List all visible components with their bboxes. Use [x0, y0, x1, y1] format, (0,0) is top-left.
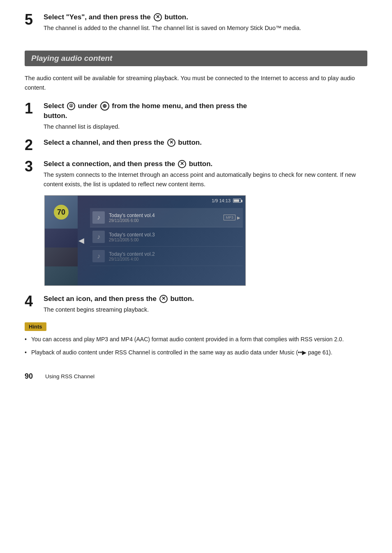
step-3-number: 3: [25, 159, 44, 174]
content-info-1: Today's content vol.4 29/11/2005 6:00: [109, 213, 224, 223]
step-4-block: 4 Select an icon, and then press the ✕ b…: [25, 294, 367, 314]
mp3-badge: MP3: [224, 215, 235, 220]
content-info-2: Today's content vol.3 29/11/2005 5:00: [109, 232, 240, 242]
screenshot-inner: 1/9 14:13 70 ◀ ♪ Today's content vol.4: [45, 196, 245, 285]
step-2-number: 2: [25, 138, 44, 153]
hint-item-1: You can access and play MP3 and MP4 (AAC…: [25, 335, 367, 344]
step-4-number: 4: [25, 294, 44, 309]
music-note-icon-1: ♪: [92, 211, 105, 224]
music-note-icon-2: ♪: [92, 231, 105, 243]
step-4-body: Select an icon, and then press the ✕ but…: [44, 294, 367, 314]
step-2-block: 2 Select a channel, and then press the ✕…: [25, 138, 367, 153]
step-4-title: Select an icon, and then press the ✕ but…: [44, 295, 194, 303]
screen-content-item-1: ♪ Today's content vol.4 29/11/2005 6:00 …: [90, 208, 243, 227]
thumb-small-2: [45, 248, 78, 266]
x-button-icon-4: ✕: [159, 295, 168, 303]
screen-arrow-left: ◀: [78, 236, 84, 245]
content-title-3: Today's content vol.2: [109, 251, 240, 257]
page-number: 90: [25, 372, 33, 381]
play-arrow-icon: ▶: [237, 215, 240, 220]
x-button-icon-3: ✕: [178, 160, 186, 168]
screen-time: 1/9 14:13: [212, 198, 231, 203]
globe-icon: ⊕: [100, 102, 109, 111]
hint-item-2: Playback of audio content under RSS Chan…: [25, 348, 367, 357]
content-info-3: Today's content vol.2 29/11/2005 4:00: [109, 251, 240, 261]
content-title-1: Today's content vol.4: [109, 213, 224, 218]
step-5-body: Select "Yes", and then press the ✕ butto…: [44, 12, 367, 32]
x-button-icon-2: ✕: [167, 139, 175, 147]
intro-text: The audio content will be available for …: [25, 74, 367, 92]
step-5-desc: The channel is added to the channel list…: [44, 23, 367, 32]
content-date-2: 29/11/2005 5:00: [109, 238, 240, 242]
screenshot: 1/9 14:13 70 ◀ ♪ Today's content vol.4: [44, 195, 246, 286]
step-1-title: Select ⦿ under ⊕ from the home menu, and…: [44, 102, 247, 120]
hints-box: Hints You can access and play MP3 and MP…: [25, 322, 367, 357]
screen-content-item-2: ♪ Today's content vol.3 29/11/2005 5:00: [90, 227, 243, 247]
step-1-number: 1: [25, 101, 44, 116]
hints-list: You can access and play MP3 and MP4 (AAC…: [25, 335, 367, 357]
footer: 90 Using RSS Channel: [25, 372, 367, 381]
step-1-block: 1 Select ⦿ under ⊕ from the home menu, a…: [25, 101, 367, 131]
step-5-title: Select "Yes", and then press the ✕ butto…: [44, 13, 188, 21]
thumb-small-1: [45, 229, 78, 248]
content-date-1: 29/11/2005 6:00: [109, 218, 224, 223]
step-2-title: Select a channel, and then press the ✕ b…: [44, 139, 202, 146]
step-4-desc: The content begins streaming playback.: [44, 305, 367, 314]
step-5-block: 5 Select "Yes", and then press the ✕ but…: [25, 12, 367, 39]
thumb-large: 70: [45, 196, 78, 229]
footer-section-label: Using RSS Channel: [45, 373, 95, 379]
thumb-small-3: [45, 266, 78, 286]
thumb-number: 70: [54, 205, 69, 220]
step-1-body: Select ⦿ under ⊕ from the home menu, and…: [44, 101, 367, 131]
content-date-3: 29/11/2005 4:00: [109, 257, 240, 261]
battery-icon: [233, 199, 241, 203]
screen-topbar: 1/9 14:13: [212, 198, 241, 203]
step-3-body: Select a connection, and then press the …: [44, 159, 367, 189]
content-title-2: Today's content vol.3: [109, 232, 240, 238]
hints-label: Hints: [25, 322, 46, 331]
step-5-number: 5: [25, 12, 44, 27]
screen-content-item-3: ♪ Today's content vol.2 29/11/2005 4:00: [90, 247, 243, 266]
music-note-icon-3: ♪: [92, 250, 105, 262]
step-3-block: 3 Select a connection, and then press th…: [25, 159, 367, 189]
screen-thumbnail-strip: 70: [45, 196, 78, 285]
step-3-title: Select a connection, and then press the …: [44, 160, 212, 168]
screen-content-list: ♪ Today's content vol.4 29/11/2005 6:00 …: [90, 208, 243, 285]
psp-home-icon: ⦿: [67, 102, 75, 110]
x-button-icon: ✕: [154, 13, 162, 21]
step-1-desc: The channel list is displayed.: [44, 122, 367, 131]
step-2-body: Select a channel, and then press the ✕ b…: [44, 138, 367, 148]
section-header: Playing audio content: [25, 51, 367, 66]
step-3-desc: The system connects to the Internet thro…: [44, 170, 367, 189]
